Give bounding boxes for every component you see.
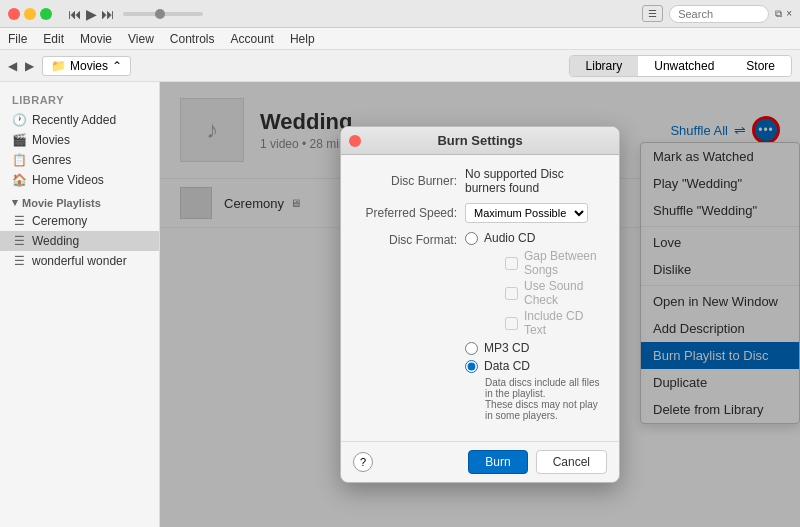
menu-bar: File Edit Movie View Controls Account He…	[0, 28, 800, 50]
tab-library[interactable]: Library	[570, 56, 639, 76]
dialog-overlay: Burn Settings Disc Burner: No supported …	[160, 82, 800, 527]
folder-icon: 📁	[51, 59, 66, 73]
menu-button[interactable]: ☰	[642, 5, 663, 22]
sidebar-item-wonderful-wonder[interactable]: ☰ wonderful wonder	[0, 251, 159, 271]
playlists-header-label: Movie Playlists	[22, 197, 101, 209]
sidebar-item-ceremony[interactable]: ☰ Ceremony	[0, 211, 159, 231]
recently-added-label: Recently Added	[32, 113, 116, 127]
gap-between-label: Gap Between Songs	[524, 249, 603, 277]
disc-burner-row: Disc Burner: No supported Disc burners f…	[357, 167, 603, 195]
dialog-title-label: Burn Settings	[437, 133, 522, 148]
genres-label: Genres	[32, 153, 71, 167]
data-cd-radio[interactable]	[465, 360, 478, 373]
sidebar-item-genres[interactable]: 📋 Genres	[0, 150, 159, 170]
format-options: Audio CD Gap Between Songs Use Sound Che…	[465, 231, 603, 421]
tab-store[interactable]: Store	[730, 56, 791, 76]
use-sound-check-label: Use Sound Check	[524, 279, 603, 307]
fast-forward-button[interactable]: ⏭	[101, 6, 115, 22]
include-cd-text-option: Include CD Text	[505, 309, 603, 337]
main-layout: Library 🕐 Recently Added 🎬 Movies 📋 Genr…	[0, 82, 800, 527]
restore-icon: ⧉	[775, 8, 782, 20]
search-input[interactable]	[669, 5, 769, 23]
playback-controls: ⏮ ▶ ⏭	[68, 6, 115, 22]
menu-controls[interactable]: Controls	[170, 32, 215, 46]
home-videos-label: Home Videos	[32, 173, 104, 187]
rewind-button[interactable]: ⏮	[68, 6, 82, 22]
close-icon: ×	[786, 8, 792, 20]
include-cd-text-checkbox[interactable]	[505, 317, 518, 330]
menu-file[interactable]: File	[8, 32, 27, 46]
menu-help[interactable]: Help	[290, 32, 315, 46]
data-cd-note: Data discs include all files in the play…	[465, 377, 603, 421]
use-sound-check-checkbox[interactable]	[505, 287, 518, 300]
include-cd-text-label: Include CD Text	[524, 309, 603, 337]
playlist-ceremony-icon: ☰	[12, 214, 26, 228]
maximize-button[interactable]	[40, 8, 52, 20]
disc-format-label: Disc Format:	[357, 231, 457, 247]
title-bar-right: ☰ ⧉ ×	[642, 5, 792, 23]
nav-bar: ◀ ▶ 📁 Movies ⌃ Library Unwatched Store	[0, 50, 800, 82]
nav-tabs: Library Unwatched Store	[569, 55, 792, 77]
chevron-icon: ⌃	[112, 59, 122, 73]
window-size-buttons: ⧉ ×	[775, 8, 792, 20]
playlist-wedding-icon: ☰	[12, 234, 26, 248]
preferred-speed-select[interactable]: Maximum Possible	[465, 203, 588, 223]
sidebar: Library 🕐 Recently Added 🎬 Movies 📋 Genr…	[0, 82, 160, 527]
audio-cd-label: Audio CD	[484, 231, 535, 245]
gap-between-checkbox[interactable]	[505, 257, 518, 270]
data-cd-option: Data CD	[465, 359, 603, 373]
wedding-label: Wedding	[32, 234, 79, 248]
playlists-section-toggle[interactable]: ▾ Movie Playlists	[0, 190, 159, 211]
gap-between-option: Gap Between Songs	[505, 249, 603, 277]
help-button[interactable]: ?	[353, 452, 373, 472]
tab-unwatched[interactable]: Unwatched	[638, 56, 730, 76]
playlist-wonderful-icon: ☰	[12, 254, 26, 268]
movies-label: Movies	[32, 133, 70, 147]
data-cd-label: Data CD	[484, 359, 530, 373]
menu-account[interactable]: Account	[231, 32, 274, 46]
use-sound-check-option: Use Sound Check	[505, 279, 603, 307]
genres-icon: 📋	[12, 153, 26, 167]
ceremony-label: Ceremony	[32, 214, 87, 228]
disc-format-row: Disc Format: Audio CD Gap Between Songs	[357, 231, 603, 421]
sidebar-item-home-videos[interactable]: 🏠 Home Videos	[0, 170, 159, 190]
menu-view[interactable]: View	[128, 32, 154, 46]
window-controls	[8, 8, 52, 20]
dialog-close-button[interactable]	[349, 135, 361, 147]
sidebar-item-movies[interactable]: 🎬 Movies	[0, 130, 159, 150]
menu-edit[interactable]: Edit	[43, 32, 64, 46]
menu-movie[interactable]: Movie	[80, 32, 112, 46]
preferred-speed-label: Preferred Speed:	[357, 206, 457, 220]
dialog-body: Disc Burner: No supported Disc burners f…	[341, 155, 619, 441]
play-button[interactable]: ▶	[86, 6, 97, 22]
sidebar-item-recently-added[interactable]: 🕐 Recently Added	[0, 110, 159, 130]
recently-added-icon: 🕐	[12, 113, 26, 127]
dialog-footer: ? Burn Cancel	[341, 441, 619, 482]
progress-bar[interactable]	[123, 12, 203, 16]
audio-cd-options: Gap Between Songs Use Sound Check Includ…	[465, 249, 603, 337]
cancel-button[interactable]: Cancel	[536, 450, 607, 474]
back-button[interactable]: ◀	[8, 59, 17, 73]
audio-cd-radio[interactable]	[465, 232, 478, 245]
movies-icon: 🎬	[12, 133, 26, 147]
close-button[interactable]	[8, 8, 20, 20]
library-section-header: Library	[0, 90, 159, 110]
mp3-cd-option: MP3 CD	[465, 341, 603, 355]
title-bar: ⏮ ▶ ⏭ ☰ ⧉ ×	[0, 0, 800, 28]
wonderful-wonder-label: wonderful wonder	[32, 254, 127, 268]
content-area: ♪ Wedding 1 video • 28 minutes Shuffle A…	[160, 82, 800, 527]
disc-burner-value: No supported Disc burners found	[465, 167, 603, 195]
burn-button[interactable]: Burn	[468, 450, 527, 474]
sidebar-item-wedding[interactable]: ☰ Wedding	[0, 231, 159, 251]
disc-burner-label: Disc Burner:	[357, 174, 457, 188]
forward-button[interactable]: ▶	[25, 59, 34, 73]
mp3-cd-label: MP3 CD	[484, 341, 529, 355]
burn-settings-dialog: Burn Settings Disc Burner: No supported …	[340, 126, 620, 483]
location-label: Movies	[70, 59, 108, 73]
location-bar: 📁 Movies ⌃	[42, 56, 131, 76]
minimize-button[interactable]	[24, 8, 36, 20]
mp3-cd-radio[interactable]	[465, 342, 478, 355]
toggle-chevron-icon: ▾	[12, 196, 18, 209]
dialog-title-bar: Burn Settings	[341, 127, 619, 155]
preferred-speed-row: Preferred Speed: Maximum Possible	[357, 203, 603, 223]
